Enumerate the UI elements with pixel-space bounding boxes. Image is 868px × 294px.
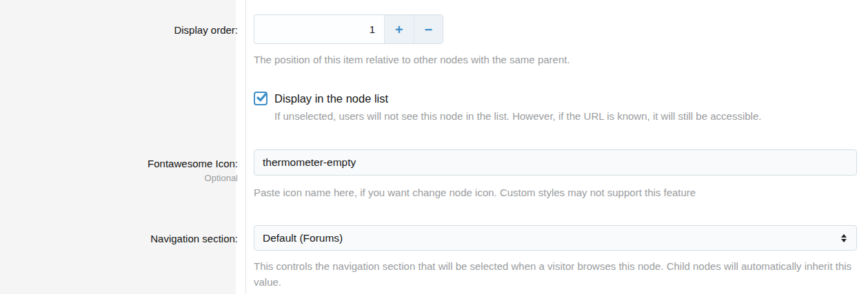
fontawesome-icon-optional-label: Optional bbox=[0, 173, 238, 183]
fontawesome-icon-hint: Paste icon name here, if you want change… bbox=[254, 185, 696, 201]
column-divider bbox=[245, 0, 246, 294]
increment-button[interactable]: + bbox=[384, 15, 414, 43]
fontawesome-icon-input[interactable] bbox=[254, 149, 857, 176]
plus-icon: + bbox=[395, 23, 403, 36]
display-order-label: Display order: bbox=[0, 24, 238, 36]
label-column bbox=[0, 0, 236, 294]
display-order-hint: The position of this item relative to ot… bbox=[254, 52, 570, 68]
display-order-input-group: + − bbox=[254, 14, 443, 44]
display-order-input[interactable] bbox=[254, 15, 384, 43]
node-edit-form: Display order: + − The position of this … bbox=[0, 0, 868, 294]
checkmark-icon bbox=[256, 92, 268, 103]
navigation-section-label: Navigation section: bbox=[0, 233, 238, 244]
display-in-node-list-label[interactable]: Display in the node list bbox=[274, 92, 388, 105]
navigation-section-select-wrap: Default (Forums) bbox=[254, 225, 857, 251]
minus-icon: − bbox=[424, 23, 432, 36]
navigation-section-hint: This controls the navigation section tha… bbox=[254, 259, 855, 290]
decrement-button[interactable]: − bbox=[414, 15, 443, 43]
fontawesome-icon-label: Fontawesome Icon: bbox=[0, 158, 238, 169]
display-in-node-list-checkbox[interactable] bbox=[254, 92, 268, 105]
navigation-section-select[interactable]: Default (Forums) bbox=[254, 226, 856, 250]
display-in-node-list-hint: If unselected, users will not see this n… bbox=[274, 109, 761, 125]
